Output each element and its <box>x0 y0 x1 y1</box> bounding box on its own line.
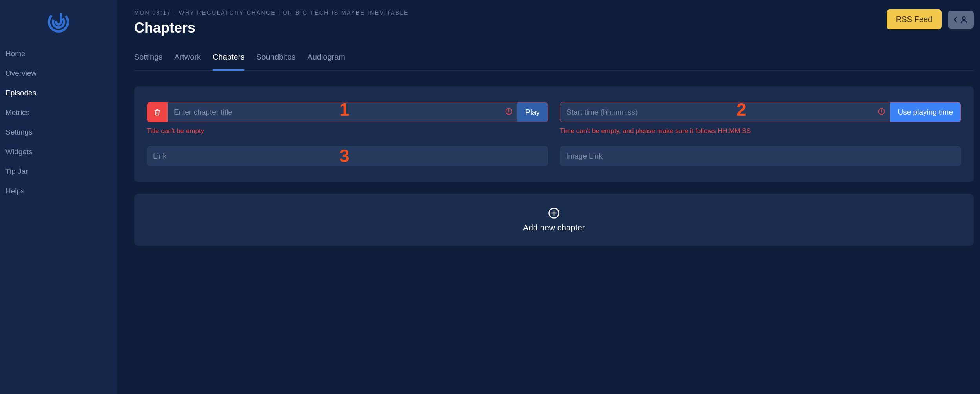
start-time-input[interactable] <box>560 102 890 122</box>
chapter-card: Play Title can't be empty 1 <box>134 86 974 182</box>
tabs: Settings Artwork Chapters Soundbites Aud… <box>134 47 974 71</box>
link-input[interactable] <box>147 146 548 166</box>
image-link-input[interactable] <box>560 146 961 166</box>
sidebar-item-episodes[interactable]: Episodes <box>0 83 117 103</box>
sidebar-item-overview[interactable]: Overview <box>0 64 117 83</box>
logo <box>0 8 117 44</box>
app-logo-icon <box>47 11 69 33</box>
delete-chapter-button[interactable] <box>147 102 168 122</box>
trash-icon <box>153 108 161 116</box>
sidebar-item-helps[interactable]: Helps <box>0 181 117 201</box>
chapter-title-group: Play <box>147 102 548 122</box>
tab-settings[interactable]: Settings <box>134 47 162 70</box>
sidebar: Home Overview Episodes Metrics Settings … <box>0 0 117 394</box>
chapter-title-input[interactable] <box>168 102 517 122</box>
time-error-message: Time can't be empty, and please make sur… <box>560 127 961 135</box>
sidebar-nav: Home Overview Episodes Metrics Settings … <box>0 44 117 201</box>
tab-soundbites[interactable]: Soundbites <box>256 47 295 70</box>
user-menu-button[interactable] <box>948 11 974 29</box>
sidebar-item-home[interactable]: Home <box>0 44 117 64</box>
chevron-left-icon <box>953 16 958 24</box>
play-button[interactable]: Play <box>517 102 548 122</box>
svg-point-2 <box>962 16 965 19</box>
user-icon <box>960 15 968 24</box>
add-chapter-label: Add new chapter <box>523 223 585 232</box>
use-playing-time-button[interactable]: Use playing time <box>890 102 961 122</box>
sidebar-item-settings[interactable]: Settings <box>0 122 117 142</box>
sidebar-item-widgets[interactable]: Widgets <box>0 142 117 162</box>
chapter-time-group: Use playing time <box>560 102 961 122</box>
add-chapter-button[interactable]: Add new chapter <box>134 194 974 246</box>
svg-point-0 <box>47 11 69 33</box>
main-content: MON 08:17 - WHY REGULATORY CHANGE FOR BI… <box>117 0 980 394</box>
page-title: Chapters <box>134 20 887 36</box>
title-error-message: Title can't be empty <box>147 127 548 135</box>
tab-chapters[interactable]: Chapters <box>213 47 244 70</box>
rss-feed-button[interactable]: RSS Feed <box>887 9 942 29</box>
tab-artwork[interactable]: Artwork <box>174 47 201 70</box>
svg-point-1 <box>51 14 66 29</box>
sidebar-item-tip-jar[interactable]: Tip Jar <box>0 162 117 181</box>
tab-audiogram[interactable]: Audiogram <box>307 47 345 70</box>
sidebar-item-metrics[interactable]: Metrics <box>0 103 117 122</box>
breadcrumb: MON 08:17 - WHY REGULATORY CHANGE FOR BI… <box>134 9 887 16</box>
plus-circle-icon <box>548 207 560 219</box>
